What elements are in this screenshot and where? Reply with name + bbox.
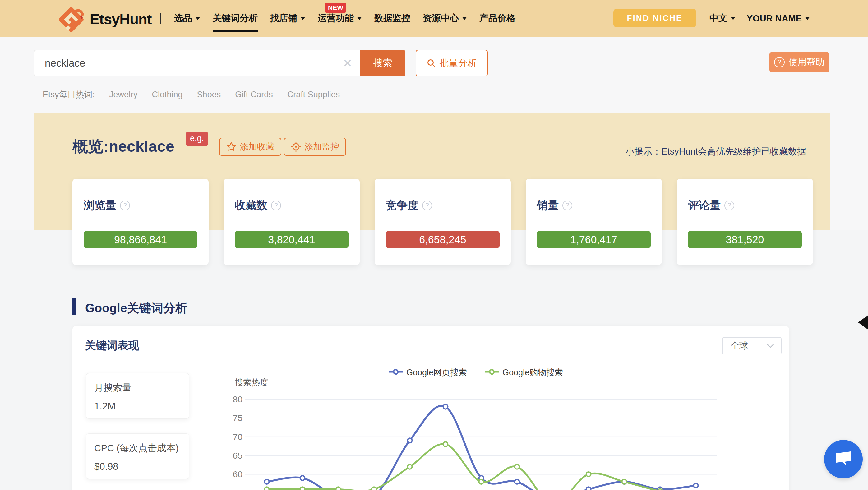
svg-text:75: 75 bbox=[233, 413, 243, 423]
stat-card-views: 浏览量 ? 98,866,841 bbox=[72, 179, 209, 265]
stat-value-pill: 3,820,441 bbox=[235, 231, 348, 248]
etsyhunt-keyword-page: EtsyHunt 选品 关键词分析 找店铺 运营功能 数据监控 资源中心 bbox=[0, 0, 868, 490]
keyword-performance-title: 关键词表现 bbox=[85, 338, 139, 353]
hotword-link-craft-supplies[interactable]: Craft Supplies bbox=[287, 90, 340, 99]
svg-text:80: 80 bbox=[233, 395, 243, 404]
metric-label: 月搜索量 bbox=[94, 381, 131, 394]
nav-item-resources[interactable]: 资源中心 bbox=[423, 0, 467, 37]
legend-label: Google购物搜索 bbox=[502, 367, 563, 378]
stat-value-pill: 6,658,245 bbox=[386, 231, 500, 248]
side-panel-arrow[interactable] bbox=[858, 315, 868, 330]
hotword-link-shoes[interactable]: Shoes bbox=[197, 90, 221, 99]
chevron-down-icon bbox=[462, 17, 467, 20]
chevron-down-icon bbox=[731, 17, 736, 20]
etsyhunt-logo[interactable]: EtsyHunt bbox=[57, 4, 151, 34]
region-select[interactable]: 全球 bbox=[722, 337, 782, 355]
metric-box-cpc: CPC (每次点击成本) $0.98 bbox=[86, 433, 189, 479]
hotword-link-gift-cards[interactable]: Gift Cards bbox=[235, 90, 273, 99]
overview-tip: 小提示：EtsyHunt会高优先级维护已收藏数据 bbox=[625, 146, 806, 158]
stat-value-pill: 98,866,841 bbox=[84, 231, 197, 248]
language-dropdown[interactable]: 中文 bbox=[709, 0, 736, 37]
search-bar: ✕ 搜索 bbox=[34, 50, 405, 76]
chevron-down-icon bbox=[195, 17, 200, 20]
legend-label: Google网页搜索 bbox=[406, 367, 467, 378]
clear-icon[interactable]: ✕ bbox=[343, 57, 352, 70]
legend-line-icon bbox=[388, 369, 403, 376]
add-favorite-button[interactable]: 添加收藏 bbox=[219, 138, 281, 156]
search-icon bbox=[427, 58, 436, 68]
region-select-value: 全球 bbox=[731, 340, 768, 351]
find-niche-button[interactable]: FIND NICHE bbox=[613, 9, 696, 27]
nav-item-data-monitor[interactable]: 数据监控 bbox=[374, 0, 410, 37]
stat-label: 收藏数 bbox=[235, 198, 267, 213]
nav-divider bbox=[160, 13, 161, 24]
stat-cards-row: 浏览量 ? 98,866,841 收藏数 ? 3,820,441 竞争度 ? 6… bbox=[72, 179, 813, 265]
svg-text:65: 65 bbox=[233, 451, 243, 460]
search-input-box: ✕ bbox=[34, 50, 360, 76]
stat-card-sales: 销量 ? 1,760,417 bbox=[526, 179, 662, 265]
example-badge: e.g. bbox=[186, 132, 208, 146]
user-dropdown[interactable]: YOUR NAME bbox=[747, 0, 810, 37]
add-monitor-button[interactable]: 添加监控 bbox=[284, 138, 346, 156]
chevron-down-icon bbox=[357, 17, 362, 20]
chevron-down-icon bbox=[767, 341, 774, 348]
chat-bubble-button[interactable] bbox=[824, 440, 863, 479]
search-section: ✕ 搜索 批量分析 ? 使用帮助 Etsy每日热词: Jewelry Cloth… bbox=[0, 37, 868, 113]
stat-label: 竞争度 bbox=[386, 198, 418, 213]
stat-card-competition: 竞争度 ? 6,658,245 bbox=[375, 179, 511, 265]
help-circle-icon[interactable]: ? bbox=[422, 201, 432, 211]
chart-legend: Google网页搜索 Google购物搜索 bbox=[230, 367, 721, 378]
section-title: Google关键词分析 bbox=[85, 300, 187, 316]
section-accent-bar bbox=[72, 298, 76, 315]
legend-item-web-search[interactable]: Google网页搜索 bbox=[388, 367, 467, 378]
new-badge: NEW bbox=[325, 3, 346, 13]
header-right-group: 中文 YOUR NAME bbox=[709, 0, 810, 37]
help-circle-icon[interactable]: ? bbox=[724, 201, 734, 211]
stat-value-pill: 1,760,417 bbox=[537, 231, 651, 248]
svg-text:55: 55 bbox=[233, 488, 243, 490]
metric-value: $0.98 bbox=[94, 461, 119, 472]
stat-label: 浏览量 bbox=[84, 198, 116, 213]
overview-title: 概览:necklace bbox=[72, 136, 175, 157]
hotword-link-clothing[interactable]: Clothing bbox=[152, 90, 183, 99]
metric-value: 1.2M bbox=[94, 401, 116, 412]
nav-item-product-price[interactable]: 产品价格 bbox=[479, 0, 516, 37]
nav-item-product-picks[interactable]: 选品 bbox=[174, 0, 200, 37]
svg-text:60: 60 bbox=[233, 469, 243, 479]
hotword-link-jewelry[interactable]: Jewelry bbox=[109, 90, 138, 99]
nav-item-keyword-analysis[interactable]: 关键词分析 bbox=[213, 0, 258, 37]
etsyhunt-logo-icon bbox=[57, 4, 86, 34]
legend-line-icon bbox=[484, 369, 499, 376]
stat-value-pill: 381,520 bbox=[688, 231, 802, 248]
target-icon bbox=[291, 142, 301, 152]
help-circle-icon[interactable]: ? bbox=[120, 201, 130, 211]
metric-label: CPC (每次点击成本) bbox=[94, 442, 179, 455]
help-circle-icon[interactable]: ? bbox=[562, 201, 572, 211]
chevron-down-icon bbox=[805, 17, 810, 20]
legend-item-shopping-search[interactable]: Google购物搜索 bbox=[484, 367, 563, 378]
stat-card-reviews: 评论量 ? 381,520 bbox=[677, 179, 813, 265]
question-icon: ? bbox=[774, 57, 785, 67]
star-icon bbox=[226, 142, 237, 152]
chat-icon bbox=[833, 449, 854, 469]
search-button[interactable]: 搜索 bbox=[360, 50, 405, 76]
stat-label: 销量 bbox=[537, 198, 559, 213]
svg-text:70: 70 bbox=[233, 432, 243, 442]
hotwords-label: Etsy每日热词: bbox=[42, 89, 95, 100]
batch-analyze-button[interactable]: 批量分析 bbox=[416, 50, 488, 76]
help-circle-icon[interactable]: ? bbox=[271, 201, 281, 211]
stat-card-favorites: 收藏数 ? 3,820,441 bbox=[223, 179, 360, 265]
nav-item-find-shops[interactable]: 找店铺 bbox=[270, 0, 305, 37]
stat-label: 评论量 bbox=[688, 198, 721, 213]
chevron-down-icon bbox=[300, 17, 305, 20]
top-navigation-bar: EtsyHunt 选品 关键词分析 找店铺 运营功能 数据监控 资源中心 bbox=[0, 0, 868, 37]
logo-text: EtsyHunt bbox=[90, 10, 151, 28]
help-button[interactable]: ? 使用帮助 bbox=[770, 52, 829, 72]
metric-box-monthly-searches: 月搜索量 1.2M bbox=[86, 373, 189, 419]
search-input[interactable] bbox=[34, 50, 360, 76]
daily-hotwords: Etsy每日热词: Jewelry Clothing Shoes Gift Ca… bbox=[42, 89, 340, 100]
line-chart: 807570656055 bbox=[230, 386, 721, 490]
